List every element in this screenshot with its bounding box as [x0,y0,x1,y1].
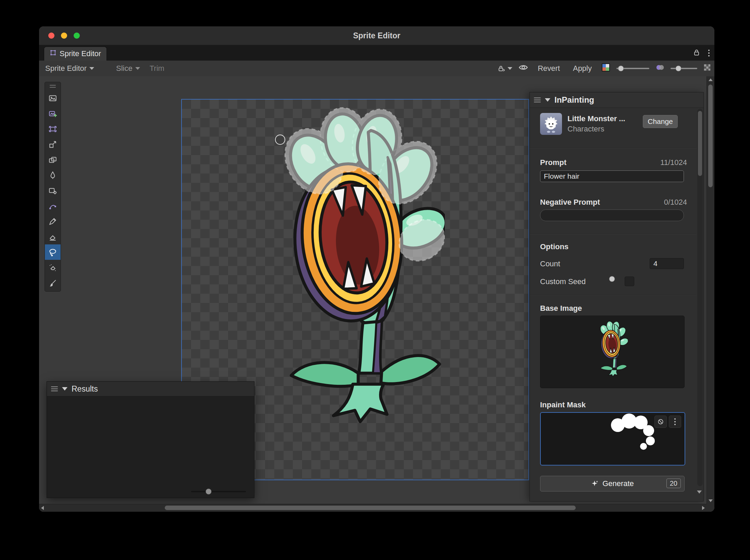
asset-name: Little Monster ... [567,114,639,123]
lasso-tool[interactable] [45,244,61,260]
mip-slider[interactable] [671,68,697,69]
trim-label: Trim [150,64,164,73]
apply-button[interactable]: Apply [570,63,595,74]
prompt-counter: 11/1024 [660,158,687,167]
foldout-arrow-icon[interactable] [62,387,67,391]
inpainting-scrollbar[interactable] [697,109,703,486]
paintbrush-tool[interactable] [45,275,61,291]
foldout-arrow-icon[interactable] [545,98,550,102]
zoom-slider-knob[interactable] [618,66,624,72]
negative-prompt-input[interactable] [540,209,684,221]
zoom-slider[interactable] [616,68,649,69]
panel-menu-icon[interactable] [534,98,541,102]
results-zoom-knob[interactable] [206,489,212,495]
scroll-down-arrow-icon[interactable] [709,499,713,502]
panel-menu-icon[interactable] [51,386,58,391]
color-channel-icon[interactable] [601,63,610,74]
editor-mode-dropdown[interactable]: Sprite Editor [40,61,99,76]
inpaint-mask-label: Inpaint Mask [540,400,586,409]
inpainting-title: InPainting [554,95,594,105]
layers-tool[interactable] [45,152,61,167]
mask-eraser-tool[interactable] [45,260,61,275]
scale-sprite-tool[interactable] [45,137,61,152]
scroll-right-arrow-icon[interactable] [702,506,705,510]
results-panel-header[interactable]: Results [47,382,254,396]
custom-seed-checkbox[interactable] [625,277,634,286]
mip-slider-knob[interactable] [676,66,682,72]
editor-main-area: Results InPainting [39,76,714,512]
negative-prompt-label: Negative Prompt [540,198,600,207]
sparkle-icon [591,480,598,487]
negative-prompt-counter: 0/1024 [664,198,687,207]
kebab-icon [674,418,676,425]
circle-slash-icon [657,418,664,425]
visibility-icon[interactable] [518,63,528,74]
base-image-label: Base Image [540,304,582,313]
chevron-down-icon [508,67,512,70]
revert-button[interactable]: Revert [534,63,563,74]
paint-drop-tool[interactable] [45,167,61,183]
image-tool[interactable] [45,90,61,106]
prompt-input[interactable] [540,170,684,182]
scroll-up-arrow-icon[interactable] [709,78,713,81]
inpainting-panel-header[interactable]: InPainting [530,92,703,108]
alpha-channel-icon[interactable] [655,63,664,74]
toolbar: Sprite Editor Slice Trim Revert Apply [39,61,714,77]
asset-thumbnail[interactable] [540,113,562,135]
count-label: Count [540,259,560,268]
sprite-editor-tab-icon [50,49,57,58]
checkerboard-icon [703,64,711,73]
editor-mode-label: Sprite Editor [45,64,87,73]
generate-label: Generate [602,479,634,488]
results-zoom-slider[interactable] [191,491,246,492]
scroll-left-arrow-icon[interactable] [41,506,44,510]
brush-cursor [275,135,285,145]
chevron-down-icon [135,67,140,70]
vertical-scrollbar[interactable] [707,76,714,504]
scroll-down-arrow-icon[interactable] [697,491,702,494]
generate-cost-badge: 20 [666,479,681,488]
inpainting-panel: InPainting Little Monster ... Characters… [529,92,704,501]
paint-lock-icon [497,64,505,73]
vector-edit-tool[interactable] [45,198,61,214]
add-sprite-tool[interactable] [45,106,61,121]
generate-button[interactable]: Generate 20 [540,476,685,492]
tab-sprite-editor[interactable]: Sprite Editor [44,47,107,61]
change-asset-button[interactable]: Change [643,115,678,128]
tab-label: Sprite Editor [60,49,101,58]
inpainting-scrollbar-thumb[interactable] [698,111,702,176]
horizontal-scrollbar-thumb[interactable] [165,506,576,510]
slice-label: Slice [116,64,133,73]
window-title: Sprite Editor [39,26,714,45]
asset-type: Characters [567,125,604,133]
count-slider-knob[interactable] [609,276,615,282]
more-options-icon[interactable] [708,50,710,56]
custom-seed-label: Custom Seed [540,277,586,286]
results-panel: Results [47,381,254,498]
inpaint-mask-preview[interactable] [540,412,685,466]
clear-mask-button[interactable] [654,416,667,428]
scrollbar-corner [707,504,714,512]
image-settings-tool[interactable] [45,183,61,198]
count-value-field[interactable]: 4 [650,258,684,269]
lock-icon[interactable] [692,48,701,58]
titlebar[interactable]: Sprite Editor [39,26,714,45]
lock-toggle-dropdown[interactable] [497,64,512,73]
monster-sprite [270,104,445,465]
trim-button[interactable]: Trim [145,61,169,76]
base-image-preview [540,316,685,388]
tool-palette [45,82,61,292]
results-title: Results [72,384,98,394]
eraser-tool[interactable] [45,229,61,244]
tab-strip: Sprite Editor [39,45,714,61]
vertical-scrollbar-thumb[interactable] [708,85,713,187]
chevron-down-icon [89,67,94,70]
sprite-editor-window: Sprite Editor Sprite Editor [39,26,715,512]
mask-options-button[interactable] [669,416,681,428]
slice-dropdown[interactable]: Slice [111,61,145,76]
edit-sprite-tool[interactable] [45,121,61,137]
pencil-tool[interactable] [45,214,61,229]
prompt-label: Prompt [540,158,566,167]
horizontal-scrollbar[interactable] [39,504,707,512]
tool-palette-handle[interactable] [45,82,61,90]
